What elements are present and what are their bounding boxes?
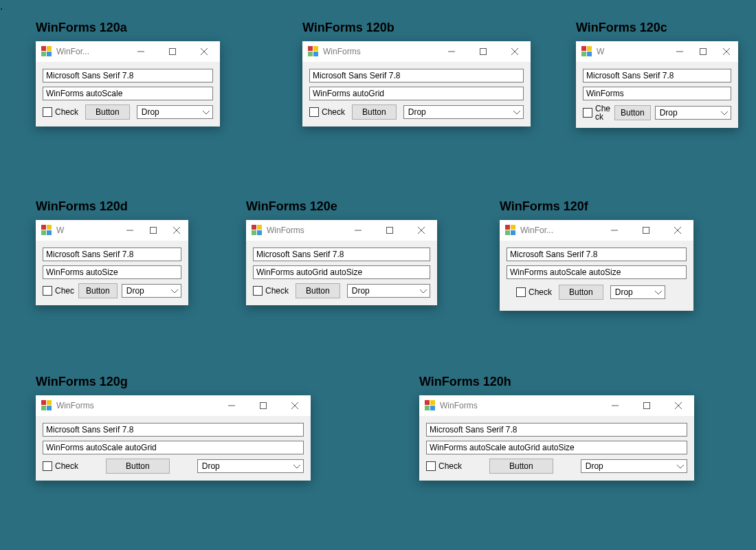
textbox-font[interactable]: Microsoft Sans Serif 7.8 [43, 248, 181, 261]
chevron-down-icon [420, 286, 427, 296]
button-main[interactable]: Button [85, 104, 130, 120]
dropdown[interactable]: Drop [403, 105, 524, 119]
maximize-button[interactable] [631, 395, 663, 416]
checkbox-label: Check [265, 286, 289, 296]
dropdown-label: Drop [660, 108, 678, 118]
maximize-button[interactable] [374, 220, 405, 241]
titlebar: WinForms [302, 41, 531, 62]
title-text: WinFor... [56, 47, 125, 56]
button-main[interactable]: Button [489, 459, 553, 474]
minimize-button[interactable] [216, 395, 247, 416]
checkbox-icon [309, 107, 319, 117]
textbox-mode[interactable]: WinForms [583, 87, 731, 100]
button-main[interactable]: Button [106, 459, 170, 474]
checkbox-wrap[interactable]: Check [43, 461, 78, 471]
checkbox-wrap[interactable]: Check [253, 286, 289, 296]
button-main[interactable]: Button [296, 283, 340, 298]
close-button[interactable] [188, 41, 220, 62]
checkbox-icon [43, 286, 52, 296]
window-controls [436, 41, 531, 62]
textbox-mode[interactable]: WinForms autoScale autoGrid autoSize [426, 441, 687, 454]
textbox-font[interactable]: Microsoft Sans Serif 7.8 [253, 248, 430, 261]
checkbox-wrap[interactable]: Check [516, 287, 552, 297]
heading-120e: WinForms 120e [246, 199, 337, 214]
textbox-font[interactable]: Microsoft Sans Serif 7.8 [43, 69, 213, 82]
minimize-button[interactable] [118, 220, 142, 241]
window-controls [599, 395, 694, 416]
button-main[interactable]: Button [352, 104, 397, 120]
close-button[interactable] [662, 220, 693, 241]
heading-120d: WinForms 120d [36, 199, 128, 214]
checkbox-icon [583, 108, 592, 118]
dropdown[interactable]: Drop [610, 285, 665, 299]
maximize-button[interactable] [691, 41, 715, 62]
dropdown-label: Drop [615, 287, 633, 297]
textbox-mode[interactable]: WinForms autoScale autoSize [507, 265, 687, 279]
dropdown[interactable]: Drop [197, 459, 304, 473]
app-icon [252, 225, 263, 236]
checkbox-wrap[interactable]: Check [309, 107, 345, 117]
minimize-button[interactable] [342, 220, 374, 241]
maximize-button[interactable] [157, 41, 188, 62]
textbox-mode[interactable]: WinForms autoSize [43, 265, 181, 279]
app-icon [308, 46, 319, 57]
heading-120b: WinForms 120b [302, 21, 394, 35]
checkbox-icon [43, 107, 52, 117]
close-button[interactable] [405, 220, 437, 241]
dropdown[interactable]: Drop [581, 459, 687, 473]
button-main[interactable]: Button [559, 285, 603, 300]
titlebar: WinForms [419, 395, 694, 416]
chevron-down-icon [203, 107, 210, 117]
checkbox-wrap[interactable]: Chec [43, 286, 74, 296]
textbox-mode[interactable]: WinForms autoScale autoGrid [43, 441, 304, 454]
title-text: W [56, 226, 118, 235]
minimize-button[interactable] [436, 41, 467, 62]
title-text: WinFor... [520, 226, 599, 235]
textbox-mode[interactable]: WinForms autoGrid [309, 87, 524, 100]
titlebar: WinForms [36, 395, 311, 416]
minimize-button[interactable] [599, 220, 630, 241]
close-button[interactable] [499, 41, 531, 62]
close-button[interactable] [279, 395, 311, 416]
app-icon [41, 400, 52, 411]
dropdown[interactable]: Drop [655, 106, 731, 120]
title-text: WinForms [267, 226, 342, 235]
window-controls [216, 395, 311, 416]
textbox-font[interactable]: Microsoft Sans Serif 7.8 [583, 69, 731, 82]
chevron-down-icon [513, 107, 520, 117]
dropdown[interactable]: Drop [347, 284, 430, 298]
app-icon [425, 400, 436, 411]
window-120b: WinForms Microsoft Sans Serif 7.8 WinFor… [302, 41, 531, 126]
title-text: WinForms [323, 47, 436, 56]
checkbox-label: Check [322, 107, 345, 117]
close-button[interactable] [165, 220, 188, 241]
button-main[interactable]: Button [614, 105, 651, 120]
checkbox-wrap[interactable]: Check [43, 107, 78, 117]
minimize-button[interactable] [125, 41, 157, 62]
checkbox-label: Check [595, 104, 610, 121]
checkbox-icon [43, 461, 52, 471]
textbox-font[interactable]: Microsoft Sans Serif 7.8 [309, 69, 524, 82]
checkbox-wrap[interactable]: Check [426, 461, 462, 471]
minimize-button[interactable] [668, 41, 691, 62]
dropdown[interactable]: Drop [122, 284, 181, 298]
svg-rect-1 [170, 49, 176, 55]
window-controls [125, 41, 220, 62]
textbox-mode[interactable]: WinForms autoGrid autoSize [253, 265, 430, 279]
close-button[interactable] [715, 41, 738, 62]
client-area: Microsoft Sans Serif 7.8 WinForms autoSc… [36, 62, 220, 126]
minimize-button[interactable] [599, 395, 631, 416]
textbox-font[interactable]: Microsoft Sans Serif 7.8 [507, 248, 687, 261]
textbox-font[interactable]: Microsoft Sans Serif 7.8 [43, 423, 304, 437]
maximize-button[interactable] [142, 220, 165, 241]
button-main[interactable]: Button [78, 283, 118, 298]
checkbox-wrap[interactable]: Check [583, 104, 610, 121]
dropdown-label: Drop [586, 461, 603, 471]
textbox-mode[interactable]: WinForms autoScale [43, 87, 213, 100]
maximize-button[interactable] [630, 220, 662, 241]
close-button[interactable] [663, 395, 694, 416]
maximize-button[interactable] [467, 41, 499, 62]
dropdown[interactable]: Drop [137, 105, 213, 119]
maximize-button[interactable] [247, 395, 279, 416]
textbox-font[interactable]: Microsoft Sans Serif 7.8 [426, 423, 687, 437]
